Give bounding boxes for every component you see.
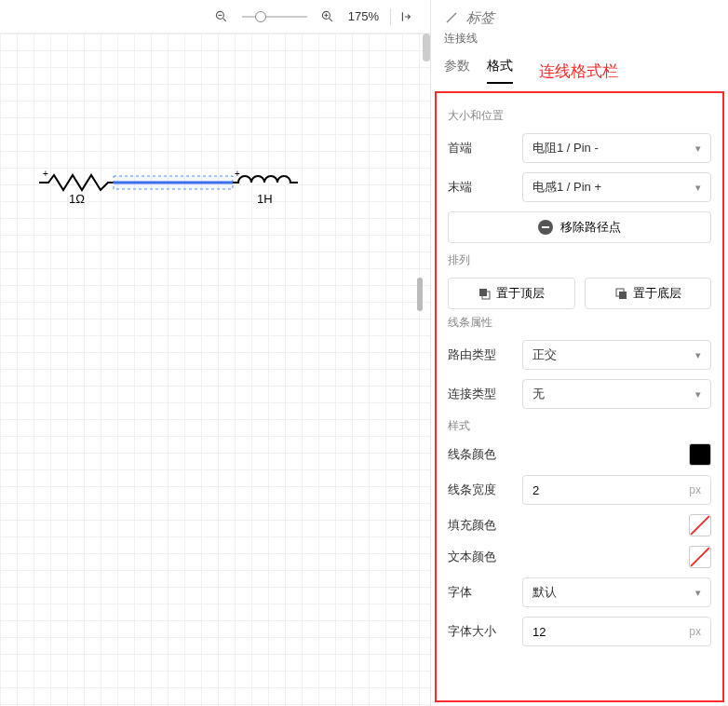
start-pin-select[interactable]: 电阻1 / Pin - ▾ — [522, 133, 711, 163]
line-color-swatch[interactable] — [689, 443, 711, 466]
zoom-percent[interactable]: 175% — [344, 9, 383, 23]
panel-resize-handle[interactable] — [417, 278, 423, 311]
remove-waypoints-button[interactable]: 移除路径点 — [448, 211, 711, 243]
line-width-label: 线条宽度 — [448, 482, 513, 498]
annotation-callout: 连线格式栏 — [539, 61, 618, 82]
start-pin-label: 首端 — [448, 140, 513, 156]
canvas-toolbar: 175% — [0, 0, 430, 34]
connector-type-select[interactable]: 无 ▾ — [522, 379, 711, 409]
element-type-icon — [444, 10, 459, 25]
routing-type-label: 路由类型 — [448, 346, 513, 363]
minus-circle-icon — [538, 220, 553, 235]
section-arrange: 排列 — [448, 252, 711, 268]
bring-front-label: 置于顶层 — [496, 285, 545, 302]
resistor-label: 1Ω — [69, 192, 85, 206]
zoom-slider[interactable] — [242, 16, 307, 18]
text-color-swatch[interactable] — [689, 546, 711, 568]
font-value: 默认 — [533, 584, 557, 601]
polarity-plus-left: + — [43, 170, 48, 179]
remove-waypoints-label: 移除路径点 — [560, 219, 621, 236]
unit-px: px — [683, 483, 701, 496]
chevron-down-icon: ▾ — [695, 143, 701, 155]
section-size-pos: 大小和位置 — [448, 108, 711, 124]
resistor-symbol[interactable] — [39, 175, 114, 190]
polarity-plus-right: + — [235, 170, 240, 179]
label-input[interactable] — [466, 9, 715, 25]
send-to-back-button[interactable]: 置于底层 — [585, 278, 712, 309]
unit-px: px — [683, 625, 701, 638]
svg-rect-9 — [479, 289, 487, 296]
start-pin-value: 电阻1 / Pin - — [533, 140, 599, 156]
font-label: 字体 — [448, 584, 513, 601]
chevron-down-icon: ▾ — [695, 587, 701, 599]
line-width-input[interactable]: px — [522, 475, 711, 505]
send-back-icon — [614, 287, 627, 300]
zoom-in-icon[interactable] — [318, 7, 337, 26]
section-style: 样式 — [448, 418, 711, 434]
chevron-down-icon: ▾ — [695, 182, 701, 194]
end-pin-value: 电感1 / Pin + — [533, 179, 601, 196]
svg-rect-11 — [619, 292, 627, 299]
inductor-symbol[interactable] — [233, 176, 298, 183]
properties-panel: 连接线 参数 格式 连线格式栏 大小和位置 首端 电阻1 / Pin - ▾ 末… — [430, 0, 728, 706]
tab-params[interactable]: 参数 — [444, 58, 470, 84]
line-color-label: 线条颜色 — [448, 446, 513, 463]
inductor-label: 1H — [257, 192, 273, 206]
end-pin-select[interactable]: 电感1 / Pin + ▾ — [522, 172, 711, 202]
element-subtype: 连接线 — [444, 31, 715, 52]
circuit-drawing[interactable]: + 1Ω + 1H — [35, 170, 315, 229]
canvas-viewport[interactable]: + 1Ω + 1H — [0, 34, 430, 706]
connector-type-label: 连接类型 — [448, 386, 513, 402]
fill-color-label: 填充颜色 — [448, 517, 513, 534]
routing-type-select[interactable]: 正交 ▾ — [522, 340, 711, 370]
routing-type-value: 正交 — [533, 346, 557, 363]
font-select[interactable]: 默认 ▾ — [522, 577, 711, 607]
line-width-value[interactable] — [533, 483, 683, 497]
chevron-down-icon: ▾ — [695, 349, 701, 361]
font-size-value[interactable] — [533, 625, 683, 639]
section-line-props: 线条属性 — [448, 315, 711, 331]
bring-front-icon — [478, 287, 491, 300]
font-size-label: 字体大小 — [448, 623, 513, 640]
panel-tabs: 参数 格式 连线格式栏 — [444, 52, 715, 84]
chevron-down-icon: ▾ — [695, 388, 701, 401]
svg-line-1 — [222, 18, 225, 20]
tab-format[interactable]: 格式 — [487, 58, 513, 84]
collapse-panel-icon[interactable] — [398, 7, 417, 26]
zoom-out-icon[interactable] — [212, 7, 231, 26]
canvas-area: 175% + 1Ω + 1H — [0, 0, 430, 706]
connector-type-value: 无 — [533, 386, 545, 402]
toolbar-separator — [390, 8, 391, 25]
font-size-input[interactable]: px — [522, 617, 711, 646]
send-back-label: 置于底层 — [633, 285, 681, 302]
fill-color-swatch[interactable] — [689, 514, 711, 536]
end-pin-label: 末端 — [448, 179, 513, 196]
format-panel-body: 大小和位置 首端 电阻1 / Pin - ▾ 末端 电感1 / Pin + ▾ … — [435, 91, 724, 702]
panel-header: 连接线 参数 格式 连线格式栏 — [431, 0, 728, 89]
svg-line-8 — [447, 13, 456, 22]
text-color-label: 文本颜色 — [448, 549, 513, 565]
bring-to-front-button[interactable]: 置于顶层 — [448, 278, 575, 309]
svg-line-4 — [329, 18, 331, 20]
